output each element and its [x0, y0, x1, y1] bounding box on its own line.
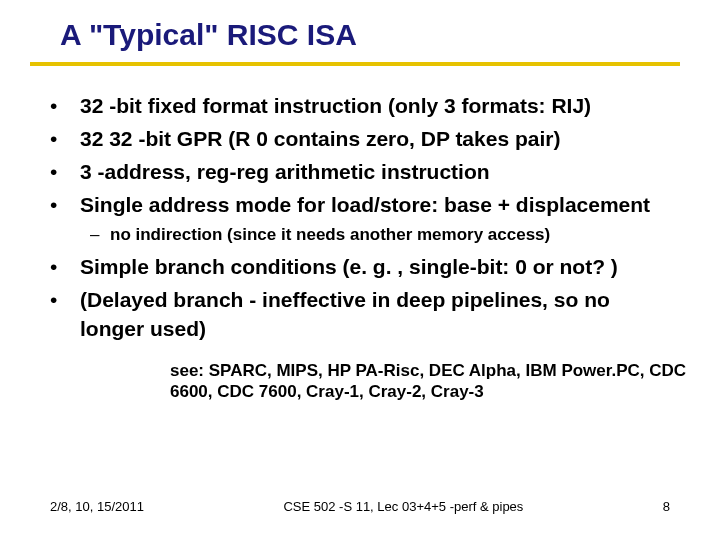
slide-content: • 32 -bit fixed format instruction (only…	[50, 92, 670, 402]
bullet-text: 32 -bit fixed format instruction (only 3…	[80, 92, 670, 121]
title-underline	[30, 62, 680, 66]
bullet-dot-icon: •	[50, 191, 80, 220]
bullet-item: • Single address mode for load/store: ba…	[50, 191, 670, 220]
bullet-dot-icon: •	[50, 125, 80, 154]
bullet-item: • 3 -address, reg-reg arithmetic instruc…	[50, 158, 670, 187]
sub-bullet-text: no indirection (since it needs another m…	[110, 224, 670, 247]
sub-bullet-item: – no indirection (since it needs another…	[90, 224, 670, 247]
bullet-item: • 32 -bit fixed format instruction (only…	[50, 92, 670, 121]
bullet-text: Simple branch conditions (e. g. , single…	[80, 253, 670, 282]
slide-footer: 2/8, 10, 15/2011 CSE 502 -S 11, Lec 03+4…	[50, 499, 670, 514]
slide-title: A "Typical" RISC ISA	[60, 18, 357, 52]
bullet-dot-icon: •	[50, 253, 80, 282]
slide: A "Typical" RISC ISA • 32 -bit fixed for…	[0, 0, 720, 540]
bullet-text: Single address mode for load/store: base…	[80, 191, 670, 220]
see-also-text: see: SPARC, MIPS, HP PA-Risc, DEC Alpha,…	[170, 360, 690, 403]
bullet-text: 3 -address, reg-reg arithmetic instructi…	[80, 158, 670, 187]
bullet-text: (Delayed branch - ineffective in deep pi…	[80, 286, 670, 344]
footer-course: CSE 502 -S 11, Lec 03+4+5 -perf & pipes	[144, 499, 663, 514]
bullet-item: • Simple branch conditions (e. g. , sing…	[50, 253, 670, 282]
bullet-item: • 32 32 -bit GPR (R 0 contains zero, DP …	[50, 125, 670, 154]
footer-page-number: 8	[663, 499, 670, 514]
footer-date: 2/8, 10, 15/2011	[50, 499, 144, 514]
bullet-dot-icon: •	[50, 286, 80, 315]
bullet-item: • (Delayed branch - ineffective in deep …	[50, 286, 670, 344]
bullet-dot-icon: •	[50, 92, 80, 121]
bullet-dot-icon: •	[50, 158, 80, 187]
dash-icon: –	[90, 224, 110, 247]
bullet-text: 32 32 -bit GPR (R 0 contains zero, DP ta…	[80, 125, 670, 154]
